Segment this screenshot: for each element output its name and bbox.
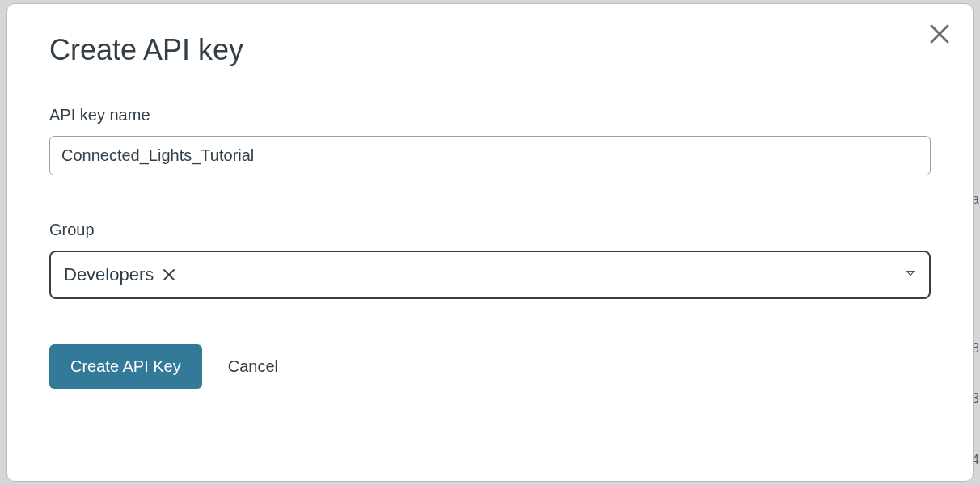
group-chip-label: Developers	[64, 264, 154, 285]
group-field: Group Developers	[49, 221, 931, 299]
api-key-name-input[interactable]	[49, 136, 931, 175]
modal-actions: Create API Key Cancel	[49, 344, 931, 389]
group-select[interactable]: Developers	[49, 251, 931, 299]
group-chip-remove[interactable]	[162, 268, 176, 282]
cancel-button[interactable]: Cancel	[228, 357, 278, 376]
create-api-key-modal: Create API key API key name Group Develo…	[6, 3, 974, 482]
close-icon	[162, 268, 176, 282]
group-label: Group	[49, 221, 931, 239]
api-key-name-label: API key name	[49, 106, 931, 124]
svg-marker-4	[907, 272, 914, 276]
create-api-key-button[interactable]: Create API Key	[49, 344, 202, 389]
modal-title: Create API key	[49, 33, 931, 67]
dropdown-caret[interactable]	[905, 268, 916, 282]
close-icon	[927, 22, 952, 46]
group-chip: Developers	[64, 264, 176, 285]
close-button[interactable]	[927, 22, 952, 46]
api-key-name-field: API key name	[49, 106, 931, 175]
chevron-down-icon	[905, 268, 916, 279]
